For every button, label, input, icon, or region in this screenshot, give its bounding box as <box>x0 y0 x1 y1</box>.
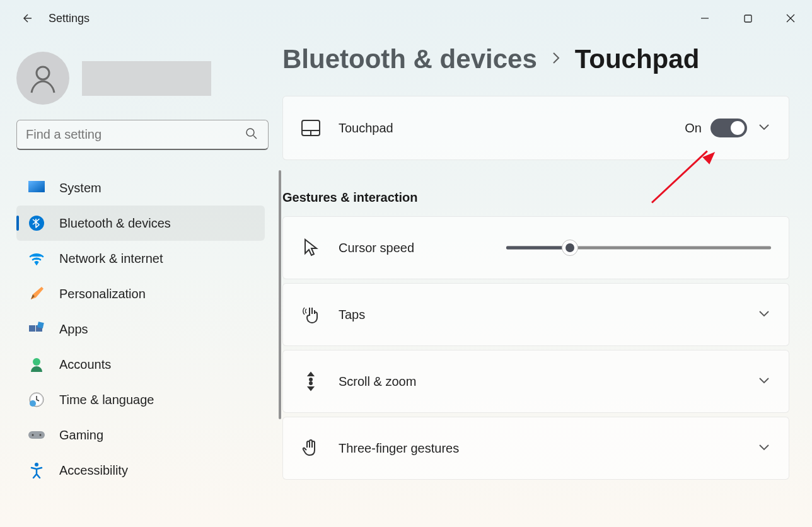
svg-rect-10 <box>29 325 35 332</box>
scroll-zoom-label: Scroll & zoom <box>339 374 758 389</box>
section-title: Gestures & interaction <box>282 190 789 205</box>
svg-point-4 <box>37 67 49 79</box>
bluetooth-icon <box>28 214 45 232</box>
touchpad-toggle[interactable] <box>710 119 747 137</box>
cursor-speed-label: Cursor speed <box>339 241 414 255</box>
tap-icon <box>301 304 321 325</box>
maximize-button[interactable] <box>726 3 769 33</box>
cursor-speed-card: Cursor speed <box>282 216 789 279</box>
cursor-speed-slider[interactable] <box>506 241 771 254</box>
scroll-zoom-card[interactable]: Scroll & zoom <box>282 350 789 413</box>
sidebar-item-label: Gaming <box>59 428 103 443</box>
breadcrumb-current: Touchpad <box>575 44 700 74</box>
clock-icon <box>28 391 45 408</box>
accessibility-icon <box>28 461 45 479</box>
system-icon <box>28 179 45 197</box>
close-icon <box>786 14 795 23</box>
back-button[interactable] <box>14 6 39 31</box>
sidebar-item-label: Accessibility <box>59 463 128 478</box>
sidebar-item-label: System <box>59 181 102 195</box>
window-controls <box>683 3 812 33</box>
svg-point-18 <box>32 434 34 436</box>
minimize-icon <box>700 14 709 23</box>
sidebar: System Bluetooth & devices Network & int… <box>0 37 282 527</box>
avatar <box>16 52 69 105</box>
sidebar-item-apps[interactable]: Apps <box>16 311 265 347</box>
app-title: Settings <box>49 12 90 25</box>
chevron-down-icon <box>758 309 771 320</box>
breadcrumb: Bluetooth & devices Touchpad <box>282 44 789 74</box>
svg-point-13 <box>33 358 40 366</box>
slider-fill <box>506 246 570 250</box>
sidebar-item-system[interactable]: System <box>16 170 265 206</box>
svg-rect-17 <box>28 431 45 439</box>
scroll-zoom-icon <box>301 371 321 391</box>
sidebar-item-personalization[interactable]: Personalization <box>16 276 265 311</box>
touchpad-icon <box>301 118 321 138</box>
touchpad-label: Touchpad <box>339 121 685 136</box>
slider-thumb[interactable] <box>562 240 578 256</box>
toggle-knob <box>731 121 745 135</box>
touchpad-card[interactable]: Touchpad On <box>282 96 789 160</box>
chevron-right-icon <box>551 50 561 69</box>
arrow-left-icon <box>20 12 33 25</box>
chevron-down-icon <box>758 443 771 454</box>
sidebar-item-accounts[interactable]: Accounts <box>16 347 265 382</box>
three-finger-label: Three-finger gestures <box>339 441 758 456</box>
profile-name-placeholder <box>82 61 211 96</box>
sidebar-item-label: Apps <box>59 322 88 337</box>
sidebar-item-accessibility[interactable]: Accessibility <box>16 453 265 488</box>
person-icon <box>27 62 59 94</box>
maximize-icon <box>744 14 752 23</box>
svg-rect-1 <box>745 15 751 22</box>
nav: System Bluetooth & devices Network & int… <box>16 170 282 511</box>
content: Bluetooth & devices Touchpad Touchpad On… <box>282 37 812 527</box>
sidebar-item-time-language[interactable]: Time & language <box>16 382 265 417</box>
svg-point-24 <box>310 378 312 381</box>
wifi-icon <box>28 250 45 267</box>
svg-point-20 <box>35 463 38 466</box>
close-button[interactable] <box>769 3 812 33</box>
sidebar-item-label: Personalization <box>59 287 146 301</box>
svg-rect-8 <box>28 181 45 192</box>
gamepad-icon <box>28 426 45 444</box>
accounts-icon <box>28 356 45 373</box>
svg-line-6 <box>253 136 257 139</box>
apps-icon <box>28 320 45 338</box>
toggle-state-label: On <box>685 121 702 136</box>
sidebar-item-bluetooth-devices[interactable]: Bluetooth & devices <box>16 206 265 241</box>
sidebar-item-gaming[interactable]: Gaming <box>16 417 265 453</box>
hand-icon <box>301 438 321 458</box>
profile-section[interactable] <box>16 52 282 105</box>
sidebar-item-network[interactable]: Network & internet <box>16 241 265 276</box>
chevron-down-icon <box>758 122 771 134</box>
minimize-button[interactable] <box>683 3 726 33</box>
taps-label: Taps <box>339 308 758 322</box>
svg-rect-12 <box>37 321 44 328</box>
nav-scrollbar[interactable] <box>279 170 281 419</box>
svg-point-19 <box>40 434 42 436</box>
taps-card[interactable]: Taps <box>282 283 789 346</box>
svg-point-5 <box>246 129 254 136</box>
sidebar-item-label: Time & language <box>59 393 154 407</box>
sidebar-item-label: Network & internet <box>59 252 163 266</box>
svg-point-16 <box>30 400 36 407</box>
cursor-icon <box>301 238 321 258</box>
titlebar: Settings <box>0 0 812 37</box>
search-icon <box>246 128 257 142</box>
search-box <box>16 120 269 150</box>
sidebar-item-label: Accounts <box>59 357 111 372</box>
paintbrush-icon <box>28 285 45 303</box>
search-input[interactable] <box>16 120 269 150</box>
sidebar-item-label: Bluetooth & devices <box>59 216 171 231</box>
chevron-down-icon <box>758 376 771 387</box>
breadcrumb-parent[interactable]: Bluetooth & devices <box>282 44 537 74</box>
svg-point-25 <box>310 382 312 385</box>
three-finger-card[interactable]: Three-finger gestures <box>282 417 789 480</box>
svg-point-9 <box>29 216 44 231</box>
